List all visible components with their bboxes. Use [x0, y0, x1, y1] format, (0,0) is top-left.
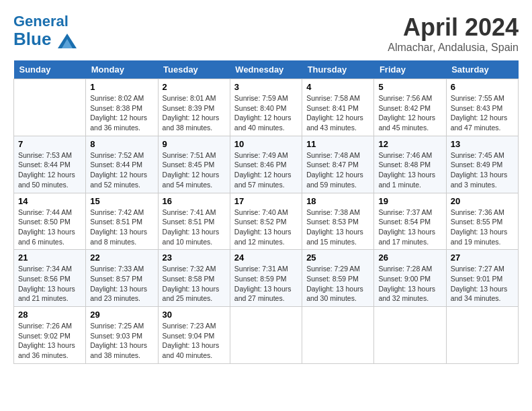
sun-info: Sunrise: 7:38 AMSunset: 8:53 PMDaylight:…	[306, 208, 369, 247]
weekday-header-sunday: Sunday	[14, 60, 86, 79]
calendar-cell: 14Sunrise: 7:44 AMSunset: 8:50 PMDayligh…	[14, 193, 86, 250]
sun-info: Sunrise: 7:56 AMSunset: 8:42 PMDaylight:…	[378, 93, 441, 133]
sun-info: Sunrise: 7:53 AMSunset: 8:44 PMDaylight:…	[18, 150, 81, 190]
calendar-cell: 21Sunrise: 7:34 AMSunset: 8:56 PMDayligh…	[14, 250, 86, 307]
weekday-header-friday: Friday	[374, 60, 446, 79]
logo: General Blue	[13, 13, 77, 49]
sun-info: Sunrise: 7:42 AMSunset: 8:51 PMDaylight:…	[90, 208, 153, 247]
day-number: 11	[306, 139, 369, 149]
sun-info: Sunrise: 7:46 AMSunset: 8:48 PMDaylight:…	[378, 150, 441, 190]
calendar-cell: 27Sunrise: 7:27 AMSunset: 9:01 PMDayligh…	[446, 250, 518, 307]
day-number: 21	[18, 253, 81, 263]
sun-info: Sunrise: 7:27 AMSunset: 9:01 PMDaylight:…	[451, 264, 514, 304]
sun-info: Sunrise: 7:31 AMSunset: 8:59 PMDaylight:…	[234, 264, 298, 304]
calendar-cell: 9Sunrise: 7:51 AMSunset: 8:45 PMDaylight…	[158, 136, 230, 193]
calendar-cell: 30Sunrise: 7:23 AMSunset: 9:04 PMDayligh…	[158, 307, 230, 364]
calendar-cell: 28Sunrise: 7:26 AMSunset: 9:02 PMDayligh…	[14, 307, 86, 364]
calendar-cell: 4Sunrise: 7:58 AMSunset: 8:41 PMDaylight…	[302, 79, 374, 136]
weekday-header-thursday: Thursday	[302, 60, 374, 79]
calendar-cell: 13Sunrise: 7:45 AMSunset: 8:49 PMDayligh…	[446, 136, 518, 193]
calendar-cell	[446, 307, 518, 364]
month-year-title: April 2024	[388, 13, 519, 42]
day-number: 17	[234, 196, 298, 206]
sun-info: Sunrise: 7:36 AMSunset: 8:55 PMDaylight:…	[451, 208, 514, 247]
sun-info: Sunrise: 7:49 AMSunset: 8:46 PMDaylight:…	[234, 150, 298, 190]
weekday-header-tuesday: Tuesday	[158, 60, 230, 79]
day-number: 29	[90, 310, 153, 320]
calendar-cell: 24Sunrise: 7:31 AMSunset: 8:59 PMDayligh…	[230, 250, 302, 307]
calendar-cell: 15Sunrise: 7:42 AMSunset: 8:51 PMDayligh…	[86, 193, 158, 250]
sun-info: Sunrise: 7:51 AMSunset: 8:45 PMDaylight:…	[163, 150, 226, 190]
location-subtitle: Almachar, Andalusia, Spain	[388, 42, 519, 54]
sun-info: Sunrise: 7:28 AMSunset: 9:00 PMDaylight:…	[378, 264, 441, 304]
day-number: 19	[378, 196, 441, 206]
calendar-cell: 26Sunrise: 7:28 AMSunset: 9:00 PMDayligh…	[374, 250, 446, 307]
day-number: 12	[378, 139, 441, 149]
weekday-header-row: SundayMondayTuesdayWednesdayThursdayFrid…	[14, 60, 519, 79]
sun-info: Sunrise: 7:55 AMSunset: 8:43 PMDaylight:…	[451, 93, 514, 133]
sun-info: Sunrise: 7:41 AMSunset: 8:51 PMDaylight:…	[163, 208, 226, 247]
sun-info: Sunrise: 7:25 AMSunset: 9:03 PMDaylight:…	[90, 321, 153, 361]
sun-info: Sunrise: 7:58 AMSunset: 8:41 PMDaylight:…	[306, 93, 369, 133]
week-row-4: 21Sunrise: 7:34 AMSunset: 8:56 PMDayligh…	[14, 250, 519, 307]
day-number: 4	[306, 82, 369, 92]
calendar-cell: 1Sunrise: 8:02 AMSunset: 8:38 PMDaylight…	[86, 79, 158, 136]
day-number: 25	[306, 253, 369, 263]
calendar-cell: 29Sunrise: 7:25 AMSunset: 9:03 PMDayligh…	[86, 307, 158, 364]
weekday-header-wednesday: Wednesday	[230, 60, 302, 79]
weekday-header-monday: Monday	[86, 60, 158, 79]
day-number: 27	[451, 253, 514, 263]
calendar-cell: 16Sunrise: 7:41 AMSunset: 8:51 PMDayligh…	[158, 193, 230, 250]
sun-info: Sunrise: 7:52 AMSunset: 8:44 PMDaylight:…	[90, 150, 153, 190]
sun-info: Sunrise: 7:37 AMSunset: 8:54 PMDaylight:…	[378, 208, 441, 247]
page-header: General Blue April 2024 Almachar, Andalu…	[13, 13, 519, 54]
day-number: 14	[18, 196, 81, 206]
calendar-cell: 5Sunrise: 7:56 AMSunset: 8:42 PMDaylight…	[374, 79, 446, 136]
sun-info: Sunrise: 7:26 AMSunset: 9:02 PMDaylight:…	[18, 321, 81, 361]
calendar-cell	[302, 307, 374, 364]
calendar-cell	[14, 79, 86, 136]
title-block: April 2024 Almachar, Andalusia, Spain	[388, 13, 519, 54]
calendar-cell: 11Sunrise: 7:48 AMSunset: 8:47 PMDayligh…	[302, 136, 374, 193]
day-number: 8	[90, 139, 153, 149]
sun-info: Sunrise: 7:32 AMSunset: 8:58 PMDaylight:…	[163, 264, 226, 304]
sun-info: Sunrise: 7:59 AMSunset: 8:40 PMDaylight:…	[234, 93, 298, 133]
day-number: 23	[163, 253, 226, 263]
day-number: 13	[451, 139, 514, 149]
calendar-cell: 2Sunrise: 8:01 AMSunset: 8:39 PMDaylight…	[158, 79, 230, 136]
calendar-cell: 23Sunrise: 7:32 AMSunset: 8:58 PMDayligh…	[158, 250, 230, 307]
logo-icon	[58, 34, 77, 48]
calendar-cell: 22Sunrise: 7:33 AMSunset: 8:57 PMDayligh…	[86, 250, 158, 307]
day-number: 10	[234, 139, 298, 149]
calendar-cell: 10Sunrise: 7:49 AMSunset: 8:46 PMDayligh…	[230, 136, 302, 193]
sun-info: Sunrise: 7:29 AMSunset: 8:59 PMDaylight:…	[306, 264, 369, 304]
day-number: 1	[90, 82, 153, 92]
sun-info: Sunrise: 8:02 AMSunset: 8:38 PMDaylight:…	[90, 93, 153, 133]
sun-info: Sunrise: 7:33 AMSunset: 8:57 PMDaylight:…	[90, 264, 153, 304]
sun-info: Sunrise: 8:01 AMSunset: 8:39 PMDaylight:…	[163, 93, 226, 133]
calendar-cell: 18Sunrise: 7:38 AMSunset: 8:53 PMDayligh…	[302, 193, 374, 250]
sun-info: Sunrise: 7:48 AMSunset: 8:47 PMDaylight:…	[306, 150, 369, 190]
calendar-cell: 25Sunrise: 7:29 AMSunset: 8:59 PMDayligh…	[302, 250, 374, 307]
calendar-cell: 7Sunrise: 7:53 AMSunset: 8:44 PMDaylight…	[14, 136, 86, 193]
day-number: 2	[163, 82, 226, 92]
week-row-2: 7Sunrise: 7:53 AMSunset: 8:44 PMDaylight…	[14, 136, 519, 193]
calendar-table: SundayMondayTuesdayWednesdayThursdayFrid…	[13, 60, 519, 364]
day-number: 16	[163, 196, 226, 206]
calendar-cell: 6Sunrise: 7:55 AMSunset: 8:43 PMDaylight…	[446, 79, 518, 136]
day-number: 18	[306, 196, 369, 206]
day-number: 30	[163, 310, 226, 320]
week-row-3: 14Sunrise: 7:44 AMSunset: 8:50 PMDayligh…	[14, 193, 519, 250]
calendar-cell: 3Sunrise: 7:59 AMSunset: 8:40 PMDaylight…	[230, 79, 302, 136]
week-row-1: 1Sunrise: 8:02 AMSunset: 8:38 PMDaylight…	[14, 79, 519, 136]
day-number: 15	[90, 196, 153, 206]
day-number: 24	[234, 253, 298, 263]
sun-info: Sunrise: 7:23 AMSunset: 9:04 PMDaylight:…	[163, 321, 226, 361]
day-number: 9	[163, 139, 226, 149]
day-number: 20	[451, 196, 514, 206]
day-number: 3	[234, 82, 298, 92]
calendar-cell: 19Sunrise: 7:37 AMSunset: 8:54 PMDayligh…	[374, 193, 446, 250]
week-row-5: 28Sunrise: 7:26 AMSunset: 9:02 PMDayligh…	[14, 307, 519, 364]
sun-info: Sunrise: 7:44 AMSunset: 8:50 PMDaylight:…	[18, 208, 81, 247]
sun-info: Sunrise: 7:34 AMSunset: 8:56 PMDaylight:…	[18, 264, 81, 304]
